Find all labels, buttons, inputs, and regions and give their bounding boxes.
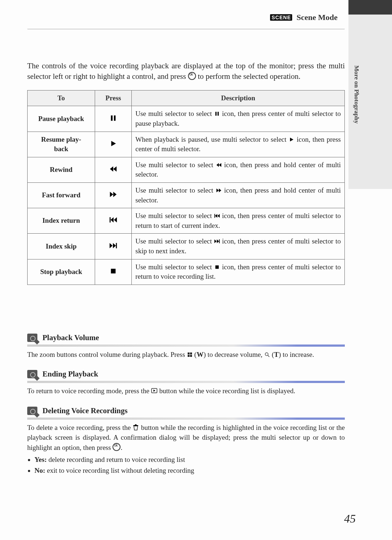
camera-icon (27, 334, 37, 342)
note-block: Playback VolumeThe zoom buttons control … (27, 333, 345, 360)
col-to: To (28, 90, 95, 106)
ok-icon (188, 72, 196, 80)
desc-cell: Use multi selector to select icon, then … (132, 259, 345, 285)
pause-icon (214, 111, 220, 117)
note-body: To delete a voice recording, press the b… (27, 423, 345, 476)
note-block: Deleting Voice RecordingsTo delete a voi… (27, 406, 345, 476)
press-cell (95, 132, 132, 157)
ffwd-icon (216, 188, 222, 193)
skip-fwd-icon (214, 238, 220, 244)
table-row: Index returnUse multi selector to select… (28, 208, 345, 234)
press-cell (95, 234, 132, 259)
list-item: No: exit to voice recording list without… (34, 466, 345, 476)
svg-point-14 (265, 352, 268, 355)
play-icon (289, 137, 294, 142)
skip-back-icon (214, 213, 220, 219)
to-cell: Index return (28, 208, 95, 234)
table-row: Resume play-backWhen playback is paused,… (28, 132, 345, 157)
note-rule (27, 418, 345, 420)
to-cell: Rewind (28, 157, 95, 182)
note-title: Playback Volume (42, 333, 99, 342)
stop-icon (214, 264, 220, 270)
note-title: Deleting Voice Recordings (42, 406, 127, 415)
svg-rect-9 (215, 265, 219, 269)
col-press: Press (95, 90, 132, 106)
page-title: Scene Mode (297, 13, 338, 22)
camera-icon (27, 370, 37, 378)
svg-rect-1 (114, 115, 116, 121)
pause-icon (109, 114, 117, 122)
press-cell (95, 208, 132, 234)
list-item: Yes: delete recording and return to voic… (34, 455, 345, 465)
ffwd-icon (109, 190, 117, 198)
press-cell (95, 182, 132, 208)
to-cell: Stop playback (28, 259, 95, 285)
scene-badge-icon: SCENE (270, 14, 292, 21)
skip-fwd-icon (109, 242, 117, 250)
svg-line-15 (268, 355, 269, 357)
note-rule (27, 344, 345, 347)
desc-cell: Use multi selector to select icon, then … (132, 208, 345, 234)
content-body: The controls of the voice recording play… (0, 40, 392, 491)
svg-rect-4 (110, 217, 111, 223)
note-title: Ending Playback (42, 370, 98, 379)
note-rule (27, 381, 345, 383)
table-row: Index skipUse multi selector to select i… (28, 234, 345, 259)
to-cell: Resume play-back (28, 132, 95, 157)
svg-rect-18 (135, 424, 137, 425)
svg-rect-5 (214, 214, 215, 218)
page: More on Photography SCENE Scene Mode The… (0, 0, 392, 540)
svg-rect-10 (188, 352, 189, 354)
to-cell: Fast forward (28, 182, 95, 208)
page-number: 45 (344, 512, 356, 525)
rewind-icon (109, 165, 117, 173)
desc-cell: Use multi selector to select icon, then … (132, 106, 345, 132)
col-desc: Description (132, 90, 345, 106)
svg-rect-2 (215, 112, 216, 116)
rewind-icon (216, 162, 222, 168)
svg-rect-7 (219, 239, 220, 243)
note-block: Ending PlaybackTo return to voice record… (27, 370, 345, 396)
desc-cell: When playback is paused, use multi selec… (132, 132, 345, 157)
thumb-icon (187, 352, 193, 358)
svg-rect-13 (190, 355, 192, 356)
playbtn-icon (151, 387, 158, 394)
ok-icon (113, 443, 121, 451)
press-cell (95, 157, 132, 182)
svg-rect-8 (111, 269, 116, 273)
to-cell: Pause playback (28, 106, 95, 132)
svg-rect-3 (217, 112, 219, 116)
press-cell (95, 106, 132, 132)
side-tab-dark (348, 0, 392, 15)
press-cell (95, 259, 132, 285)
desc-cell: Use multi selector to select icon, then … (132, 234, 345, 259)
svg-rect-12 (188, 355, 189, 356)
camera-icon (27, 407, 37, 415)
controls-table: To Press Description Pause playbackUse m… (27, 90, 345, 285)
table-row: Stop playbackUse multi selector to selec… (28, 259, 345, 285)
desc-cell: Use multi selector to select icon, then … (132, 157, 345, 182)
header-rule (27, 29, 345, 29)
intro-text: The controls of the voice recording play… (27, 61, 345, 82)
section-label: More on Photography (353, 65, 360, 124)
table-row: RewindUse multi selector to select icon,… (28, 157, 345, 182)
table-row: Pause playbackUse multi selector to sele… (28, 106, 345, 132)
svg-rect-6 (116, 243, 117, 248)
table-row: Fast forwardUse multi selector to select… (28, 182, 345, 208)
note-body: The zoom buttons control volume during p… (27, 350, 345, 360)
trash-icon (132, 424, 139, 431)
svg-rect-17 (134, 425, 139, 426)
skip-back-icon (109, 216, 117, 224)
to-cell: Index skip (28, 234, 95, 259)
desc-cell: Use multi selector to select icon, then … (132, 182, 345, 208)
svg-rect-11 (190, 352, 192, 354)
page-header: SCENE Scene Mode (0, 0, 392, 26)
svg-rect-0 (111, 115, 113, 121)
stop-icon (109, 267, 117, 275)
note-body: To return to voice recording mode, press… (27, 386, 345, 396)
zoom-icon (264, 352, 270, 358)
play-icon (109, 140, 117, 148)
